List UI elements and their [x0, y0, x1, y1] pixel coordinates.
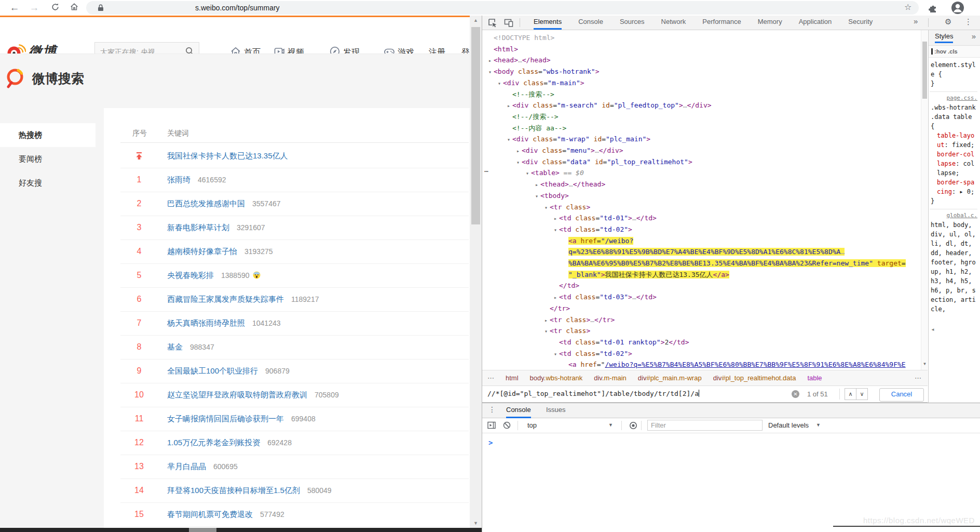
twisty-expanded-icon[interactable]: ▾: [496, 78, 503, 89]
hot-keyword-link[interactable]: 女子瞒报病情回国后确诊获刑一年699408: [167, 407, 316, 431]
devtools-tab-console[interactable]: Console: [578, 16, 603, 30]
css-declaration[interactable]: table-layout: fixed;: [937, 131, 977, 150]
breadcrumb-item[interactable]: body.wbs-hotrank: [530, 374, 583, 382]
sidebar-item-2[interactable]: 要闻榜: [19, 147, 42, 171]
sidebar-item-1[interactable]: 热搜榜: [19, 123, 42, 147]
breadcrumb-item[interactable]: div#plc_main.m-wrap: [638, 374, 702, 382]
twisty-expanded-icon[interactable]: ▾: [486, 66, 494, 78]
twisty-expanded-icon[interactable]: ▾: [542, 202, 550, 214]
twisty-expanded-icon[interactable]: ▾: [552, 349, 559, 360]
hot-keyword-link[interactable]: 央视春晚彩排1388590: [167, 263, 261, 288]
devtools-tab-network[interactable]: Network: [661, 16, 686, 30]
twisty-expanded-icon[interactable]: ▾: [505, 134, 512, 145]
extensions-puzzle-icon[interactable]: [928, 3, 938, 15]
refresh-icon[interactable]: [49, 2, 61, 15]
breadcrumb-item[interactable]: div.m-main: [594, 374, 627, 382]
tab-styles[interactable]: Styles: [935, 32, 953, 43]
console-prompt-chevron[interactable]: >: [488, 438, 493, 447]
clear-search-icon[interactable]: ✕: [792, 390, 799, 398]
sidebar-item-3[interactable]: 好友搜: [19, 171, 42, 195]
console-filter-input[interactable]: [647, 420, 763, 431]
next-match-button[interactable]: ∨: [856, 388, 868, 400]
styles-scroll-left-icon[interactable]: ◄: [931, 327, 935, 332]
code-token[interactable]: /weibo?q=%E5%B7%B4%E8%A5%BF%E6%80%BB%E7%…: [605, 361, 905, 368]
twisty-collapsed-icon[interactable]: ▸: [552, 213, 559, 224]
twisty-expanded-icon[interactable]: ▾: [533, 191, 540, 202]
twisty-collapsed-icon[interactable]: ▸: [552, 292, 559, 303]
twisty-collapsed-icon[interactable]: ▸: [533, 179, 540, 191]
twisty-collapsed-icon[interactable]: ▸: [505, 100, 512, 112]
code-token: >: [628, 293, 632, 301]
scroll-down-icon[interactable]: ▼: [470, 521, 482, 526]
drawer-menu-kebab-icon[interactable]: ⋮: [488, 405, 496, 414]
live-expression-eye-icon[interactable]: [629, 421, 637, 432]
hot-keyword-link[interactable]: 我国社保卡持卡人数已达13.35亿人: [167, 144, 288, 168]
elements-scroll-down-icon[interactable]: ▼: [921, 362, 928, 366]
inspect-element-icon[interactable]: [488, 18, 497, 30]
stylesheet-link[interactable]: global.c.: [931, 211, 977, 220]
home-icon[interactable]: [68, 2, 80, 15]
hot-keyword-link[interactable]: 1.05万亿元养老金到账投资692428: [167, 431, 292, 455]
twisty-expanded-icon[interactable]: ▾: [514, 157, 522, 168]
hot-keyword-link[interactable]: 芈月白晶晶600695: [167, 455, 238, 478]
browser-profile-avatar[interactable]: [951, 1, 964, 17]
stylesheet-link[interactable]: page.css.: [931, 94, 977, 103]
node-menu-dots[interactable]: ⋯: [484, 167, 488, 175]
hot-keyword-link[interactable]: 杨天真晒张雨绮孕肚照1041243: [167, 311, 281, 335]
css-declaration[interactable]: border-spacing: ▸ 0;: [937, 178, 977, 196]
styles-filter-bar[interactable]: :hov .cls: [929, 46, 980, 58]
elements-scrollbar-thumb[interactable]: [922, 42, 927, 99]
twisty-collapsed-icon[interactable]: ▸: [514, 145, 522, 157]
breadcrumb-overflow-right[interactable]: ⋯: [911, 374, 921, 382]
more-tabs-chevron[interactable]: »: [914, 17, 918, 25]
devtools-tab-application[interactable]: Application: [799, 16, 832, 30]
devtools-settings-gear-icon[interactable]: ⚙: [945, 17, 951, 26]
hot-keyword-link[interactable]: 西藏冒险王家属发声质疑失踪事件1189217: [167, 287, 319, 311]
cancel-search-button[interactable]: Cancel: [879, 388, 924, 402]
breadcrumb-item[interactable]: html: [506, 374, 519, 382]
hot-keyword-link[interactable]: 张雨绮4616592: [167, 168, 226, 192]
hot-keyword-link[interactable]: 巴西总统发推感谢中国3557467: [167, 192, 281, 216]
hot-keyword-link[interactable]: 基金988347: [167, 335, 214, 359]
hot-keyword-link[interactable]: 新春电影种草计划3291607: [167, 216, 265, 240]
device-toolbar-icon[interactable]: [504, 18, 513, 30]
twisty-collapsed-icon[interactable]: ▸: [486, 55, 494, 66]
breadcrumb-item[interactable]: div#pl_top_realtimehot.data: [713, 374, 796, 382]
styles-more-chevron[interactable]: »: [972, 32, 976, 41]
breadcrumb-item[interactable]: table: [807, 374, 822, 382]
page-scrollbar-thumb[interactable]: [471, 27, 480, 224]
hot-keyword-link[interactable]: 拜登将100天疫苗接种目标增至1.5亿剂580049: [167, 478, 332, 502]
search-query-input[interactable]: //*[@id="pl_top_realtimehot"]/table/tbod…: [487, 390, 699, 397]
console-sidebar-toggle-icon[interactable]: [487, 421, 496, 431]
hot-keyword-link[interactable]: 全国最缺工100个职业排行906879: [167, 359, 290, 383]
page-scrollbar[interactable]: ▲ ▼: [470, 16, 482, 528]
drawer-tab-issues[interactable]: Issues: [546, 403, 566, 417]
twisty-expanded-icon[interactable]: ▾: [552, 224, 559, 236]
devtools-tab-performance[interactable]: Performance: [702, 16, 741, 30]
twisty-expanded-icon[interactable]: ▾: [524, 168, 531, 179]
rank-number: 12: [129, 431, 149, 455]
twisty-expanded-icon[interactable]: ▾: [542, 326, 550, 337]
hot-keyword-link[interactable]: 越南模特好像章子怡3193275: [167, 240, 273, 263]
address-bar[interactable]: s.weibo.com/top/summary: [86, 1, 919, 15]
back-icon[interactable]: ←: [8, 2, 21, 14]
twisty-collapsed-icon[interactable]: ▸: [542, 315, 550, 326]
devtools-tab-security[interactable]: Security: [848, 16, 873, 30]
devtools-tab-memory[interactable]: Memory: [758, 16, 782, 30]
devtools-tab-elements[interactable]: Elements: [534, 16, 562, 30]
console-levels-select[interactable]: Default levels: [768, 421, 809, 429]
hot-keyword-link[interactable]: 春节期间机票可免费退改577492: [167, 502, 284, 526]
css-declaration[interactable]: border-collapse: collapse;: [937, 150, 977, 178]
clear-console-icon[interactable]: [503, 421, 511, 431]
devtools-tab-sources[interactable]: Sources: [620, 16, 645, 30]
bookmark-star-icon[interactable]: ☆: [904, 2, 911, 12]
hot-keyword-link[interactable]: 赵立坚说望拜登政府吸取特朗普政府教训705809: [167, 383, 339, 407]
elements-scrollbar[interactable]: ▼: [921, 30, 928, 370]
scroll-up-icon[interactable]: ▲: [470, 18, 482, 23]
previous-match-button[interactable]: ∧: [845, 388, 856, 400]
devtools-menu-kebab-icon[interactable]: ⋮: [964, 17, 972, 26]
forward-icon[interactable]: →: [28, 2, 40, 14]
drawer-tab-console[interactable]: Console: [506, 403, 531, 418]
console-context-select[interactable]: top: [527, 421, 537, 429]
breadcrumb-overflow-left[interactable]: ⋯: [487, 374, 494, 382]
